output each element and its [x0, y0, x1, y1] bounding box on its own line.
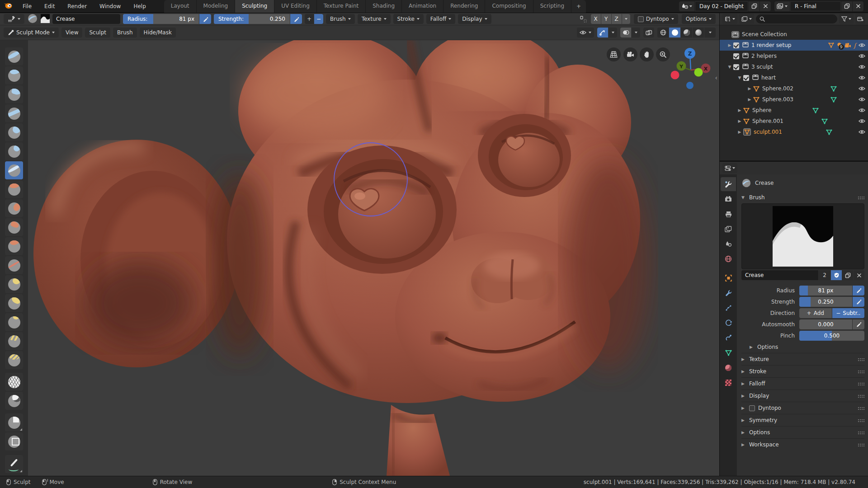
tool-crease[interactable] — [5, 161, 23, 179]
drag-handle-icon[interactable] — [858, 443, 864, 446]
menu-sculpt[interactable]: Sculpt — [85, 28, 110, 38]
tab-render[interactable] — [721, 192, 736, 206]
menu-render[interactable]: Render — [62, 1, 92, 11]
outliner-row-sphere-002[interactable]: ▶ Sphere.002 — [720, 83, 868, 94]
stroke-panel-header[interactable]: ▶ Stroke — [741, 365, 864, 377]
overlays-toggle[interactable] — [620, 28, 631, 38]
drag-handle-icon[interactable] — [858, 431, 864, 434]
tool-rotate[interactable] — [5, 351, 23, 369]
tool-box-hide[interactable] — [5, 432, 23, 450]
pan-view-button[interactable] — [640, 47, 654, 61]
autosmooth-pressure-toggle[interactable] — [853, 319, 864, 329]
symmetry-panel-header[interactable]: ▶ Symmetry — [741, 414, 864, 426]
falloff-panel-header[interactable]: ▶ Falloff — [741, 377, 864, 389]
symmetry-z-toggle[interactable]: Z — [612, 14, 622, 24]
collection-checkbox[interactable] — [733, 42, 739, 48]
menu-edit[interactable]: Edit — [39, 1, 60, 11]
outliner-search[interactable] — [756, 14, 837, 23]
tab-object-data[interactable] — [721, 346, 736, 360]
outliner-row-helpers[interactable]: 2 helpers — [720, 51, 868, 61]
blender-logo-icon[interactable] — [4, 2, 13, 10]
duplicate-brush-button[interactable] — [842, 270, 853, 280]
hide-in-viewport-icon[interactable] — [859, 108, 865, 113]
radius-pressure-toggle[interactable] — [853, 286, 864, 296]
display-menu[interactable]: Display — [458, 14, 491, 24]
brush-preview-thumbnail[interactable] — [41, 14, 50, 24]
expander-closed-icon[interactable]: ▶ — [736, 119, 743, 123]
brush-menu[interactable]: Brush — [326, 14, 355, 24]
tab-texture[interactable] — [721, 375, 736, 389]
radius-slider[interactable]: Radius: 81 px — [123, 14, 199, 24]
tab-animation[interactable]: Animation — [402, 0, 443, 13]
scene-name-field[interactable]: Day 02 - Delight — [695, 1, 748, 11]
tab-modifiers[interactable] — [721, 286, 736, 300]
sculpt-monkey-model[interactable] — [0, 25, 719, 476]
tab-physics[interactable] — [721, 316, 736, 330]
xray-toggle[interactable] — [643, 28, 654, 38]
drag-handle-icon[interactable] — [858, 370, 864, 373]
autosmooth-slider[interactable]: 0.000 — [799, 319, 852, 329]
tool-clay[interactable] — [5, 66, 23, 84]
tool-box-mask[interactable] — [5, 413, 23, 432]
view-layer-copy-button[interactable] — [841, 1, 852, 11]
collection-checkbox[interactable] — [743, 75, 749, 81]
object-visibility-dropdown[interactable] — [577, 28, 594, 38]
direction-add-button[interactable]: + — [305, 14, 314, 24]
expander-open-icon[interactable]: ▼ — [726, 65, 733, 69]
tab-layout[interactable]: Layout — [164, 0, 197, 13]
tool-thumb[interactable] — [5, 313, 23, 331]
hide-in-viewport-icon[interactable] — [859, 54, 865, 58]
shading-dropdown[interactable] — [704, 28, 716, 38]
shading-rendered-button[interactable] — [693, 28, 704, 38]
axis-gizmo[interactable]: Z X Y — [664, 43, 718, 93]
tool-draw[interactable] — [5, 47, 23, 66]
direction-subtract-button[interactable]: −Subtr.. — [832, 308, 865, 318]
options-panel-header[interactable]: ▶ Options — [741, 426, 864, 438]
outliner-search-input[interactable] — [767, 16, 808, 22]
symmetry-x-toggle[interactable]: X — [591, 14, 601, 24]
tab-shading[interactable]: Shading — [366, 0, 402, 13]
shading-solid-button[interactable] — [669, 28, 680, 38]
dyntopo-checkbox[interactable] — [638, 16, 644, 22]
tool-clay-strips[interactable] — [5, 85, 23, 103]
tab-material[interactable] — [721, 361, 736, 375]
tab-world[interactable] — [721, 252, 736, 266]
hide-in-viewport-icon[interactable] — [859, 75, 865, 80]
tool-fill[interactable] — [5, 218, 23, 236]
shading-wireframe-button[interactable] — [657, 28, 669, 38]
menu-hide-mask[interactable]: Hide/Mask — [140, 28, 176, 38]
collection-checkbox[interactable] — [733, 53, 739, 59]
shading-material-button[interactable] — [681, 28, 692, 38]
dyntopo-panel-header[interactable]: ▶ Dyntopo — [741, 402, 864, 414]
hide-in-viewport-icon[interactable] — [859, 119, 865, 123]
texture-menu[interactable]: Texture — [358, 14, 391, 24]
tab-scene[interactable] — [721, 237, 736, 251]
hide-in-viewport-icon[interactable] — [859, 65, 865, 69]
tab-scripting[interactable]: Scripting — [533, 0, 571, 13]
tool-snake-hook[interactable] — [5, 294, 23, 312]
view-layer-browse-button[interactable] — [774, 1, 790, 11]
active-tool-dropdown[interactable] — [4, 14, 24, 24]
menu-view[interactable]: View — [61, 28, 82, 38]
view-layer-remove-button[interactable] — [853, 1, 863, 11]
tab-constraints[interactable] — [721, 331, 736, 345]
tab-rendering[interactable]: Rendering — [443, 0, 485, 13]
dyntopo-menu[interactable]: Dyntopo — [634, 14, 678, 24]
expander-closed-icon[interactable]: ▶ — [736, 130, 743, 134]
strength-pressure-toggle[interactable] — [853, 297, 864, 307]
gizmos-dropdown[interactable] — [609, 28, 617, 38]
properties-editor-type-dropdown[interactable] — [722, 163, 737, 173]
direction-subtract-button[interactable]: − — [314, 14, 323, 24]
menu-window[interactable]: Window — [94, 1, 126, 11]
tab-texture-paint[interactable]: Texture Paint — [317, 0, 366, 13]
tool-layer[interactable] — [5, 104, 23, 122]
expander-closed-icon[interactable]: ▶ — [736, 108, 743, 113]
brush-name-field[interactable]: Crease — [52, 14, 120, 24]
collection-checkbox[interactable] — [733, 64, 739, 70]
hide-in-viewport-icon[interactable] — [859, 130, 865, 134]
tool-blob[interactable] — [5, 142, 23, 160]
tab-view-layer[interactable] — [721, 222, 736, 236]
tool-scrape[interactable] — [5, 237, 23, 255]
symmetry-dropdown[interactable] — [622, 14, 630, 24]
symmetry-y-toggle[interactable]: Y — [601, 14, 611, 24]
